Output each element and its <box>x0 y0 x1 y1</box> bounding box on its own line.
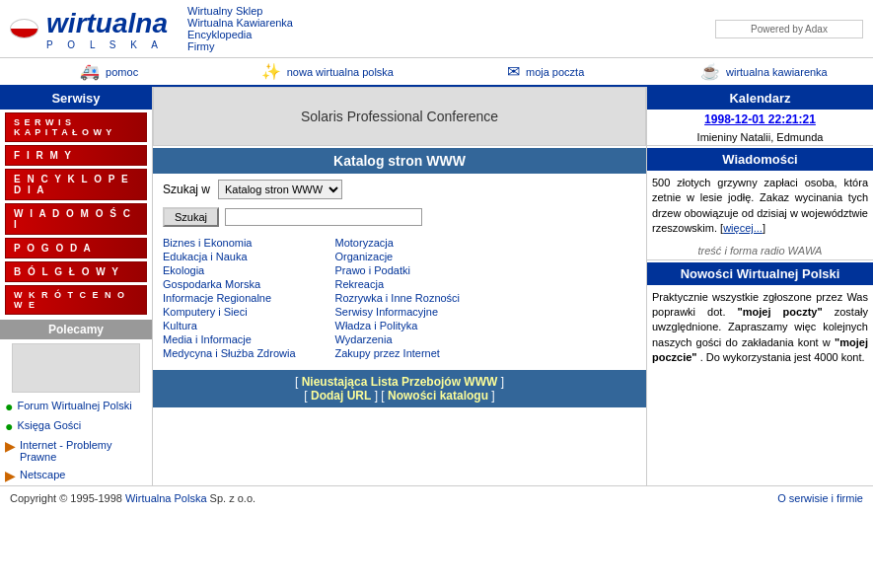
center-content: Solaris Professional Conference Katalog … <box>153 87 646 485</box>
link-organizacje[interactable]: Organizacje <box>335 251 461 262</box>
btn-bol-glowy[interactable]: B Ó L G Ł O W Y <box>5 261 147 282</box>
calendar-names: Imieniny Natalii, Edmunda <box>647 129 873 146</box>
adax-text: Powered by Adax <box>751 24 828 35</box>
sidebar-title: Serwisy <box>0 87 152 110</box>
btn-encyklopedia[interactable]: E N C Y K L O P E D I A <box>5 169 147 200</box>
sklep-link[interactable]: Wirtualny Sklep <box>187 5 262 17</box>
nav-kawiarenka[interactable]: ☕ wirtualna kawiarenka <box>655 62 873 81</box>
bullet-arrow-icon2: ▶ <box>5 469 16 482</box>
wiad-more-link[interactable]: więcej... <box>723 222 763 234</box>
bottom-links: [ Nieustająca Lista Przebojów WWW ] [ Do… <box>153 370 646 407</box>
link-dodaj-url[interactable]: Dodaj URL <box>311 389 371 403</box>
link-komputery[interactable]: Komputery i Sieci <box>163 306 296 318</box>
nowosci-bold1: "mojej poczty" <box>738 306 823 318</box>
banner-text: Solaris Professional Conference <box>301 109 498 124</box>
link-netscape-label: Netscape <box>20 469 65 480</box>
link-gospodarka[interactable]: Gospodarka Morska <box>163 278 296 290</box>
search-select[interactable]: Katalog stron WWW Wiadomości Encyklopedi… <box>218 180 342 199</box>
link-lista-przebojow[interactable]: Nieustająca Lista Przebojów WWW <box>302 375 498 389</box>
wp-link[interactable]: Wirtualna Polska <box>125 492 207 504</box>
footer-right: O serwisie i firmie <box>777 492 863 504</box>
calendar-title: Kalendarz <box>647 87 873 110</box>
link-kultura[interactable]: Kultura <box>163 320 296 331</box>
link-serwisy[interactable]: Serwisy Informacyjne <box>335 306 461 318</box>
flag-icon <box>10 19 38 38</box>
polecamy-title: Polecamy <box>0 320 152 339</box>
btn-firmy[interactable]: F I R M Y <box>5 145 147 166</box>
nav-nowa[interactable]: ✨ nowa wirtualna polska <box>218 62 436 81</box>
calendar-date: 1998-12-01 22:21:21 <box>647 110 873 129</box>
btn-wkrotce-nowe[interactable]: W K R Ó T C E N O W E <box>5 285 147 315</box>
nowosci-text3: . Do wykorzystania jest 4000 kont. <box>700 351 865 363</box>
header-links: Wirtualny Sklep Wirtualna Kawiarenka Enc… <box>168 5 715 52</box>
search-row2: Szukaj <box>153 205 646 233</box>
footer: Copyright © 1995-1998 Wirtualna Polska S… <box>0 485 873 510</box>
link-medycyna[interactable]: Medycyna i Służba Zdrowia <box>163 347 296 359</box>
link-media[interactable]: Media i Informacje <box>163 333 296 345</box>
link-prawo[interactable]: Prawo i Podatki <box>335 264 461 276</box>
search-row: Szukaj w Katalog stron WWW Wiadomości En… <box>153 174 646 205</box>
link-internet-label: Internet - Problemy Prawne <box>20 439 147 463</box>
btn-pogoda[interactable]: P O G O D A <box>5 238 147 258</box>
bullet-arrow-icon: ▶ <box>5 439 16 453</box>
logo-sub: P O L S K A <box>46 39 168 50</box>
link-rekreacja[interactable]: Rekreacja <box>335 278 461 290</box>
link-ksiega[interactable]: ● Księga Gości <box>0 416 152 436</box>
about-link[interactable]: O serwisie i firmie <box>777 492 863 504</box>
link-zakupy[interactable]: Zakupy przez Internet <box>335 347 461 359</box>
copyright-text: Copyright © 1995-1998 <box>10 492 122 504</box>
nav-poczta[interactable]: ✉ moja poczta <box>437 62 655 81</box>
catalog-col2: Motoryzacja Organizacje Prawo i Podatki … <box>335 237 461 361</box>
bullet-green-icon: ● <box>5 400 13 413</box>
banner: Solaris Professional Conference <box>153 87 646 146</box>
link-forum-label: Forum Wirtualnej Polski <box>17 400 131 411</box>
link-internet-prawne[interactable]: ▶ Internet - Problemy Prawne <box>0 436 152 466</box>
mail-icon: ✉ <box>507 62 520 81</box>
star-icon: ✨ <box>261 62 281 81</box>
link-biznes[interactable]: Biznes i Ekonomia <box>163 237 296 249</box>
link-informacje[interactable]: Informacje Regionalne <box>163 292 296 304</box>
left-sidebar: Serwisy S E R W I SK A P I T A Ł O W Y F… <box>0 87 153 485</box>
footer-left: Copyright © 1995-1998 Wirtualna Polska S… <box>10 492 255 504</box>
ambulance-icon: 🚑 <box>80 62 100 81</box>
link-motoryzacja[interactable]: Motoryzacja <box>335 237 461 249</box>
nowosci-title: Nowości Wirtualnej Polski <box>647 262 873 285</box>
right-sidebar: Kalendarz 1998-12-01 22:21:21 Imieniny N… <box>646 87 873 485</box>
search-button[interactable]: Szukaj <box>163 207 219 227</box>
link-netscape[interactable]: ▶ Netscape <box>0 466 152 485</box>
catalog-col1: Biznes i Ekonomia Edukacja i Nauka Ekolo… <box>163 237 296 361</box>
sp-text: Sp. z o.o. <box>210 492 255 504</box>
adax-banner: Powered by Adax <box>715 20 863 38</box>
polecamy-image <box>12 343 140 393</box>
link-rozrywka[interactable]: Rozrywka i Inne Rozności <box>335 292 461 304</box>
link-ekologia[interactable]: Ekologia <box>163 264 296 276</box>
link-forum[interactable]: ● Forum Wirtualnej Polski <box>0 397 152 416</box>
nav-nowa-label: nowa wirtualna polska <box>287 66 394 78</box>
link-nowosci-katalogu[interactable]: Nowości katalogu <box>388 389 488 403</box>
nav-pomoc-label: pomoc <box>106 66 138 78</box>
firmy-link[interactable]: Firmy <box>187 40 215 52</box>
header: wirtualna P O L S K A Wirtualny Sklep Wi… <box>0 0 873 58</box>
katalog-title: Katalog stron WWW <box>153 148 646 174</box>
kawiarenka-link[interactable]: Wirtualna Kawiarenka <box>187 17 293 29</box>
logo-text: wirtualna <box>46 8 168 39</box>
link-ksiega-label: Księga Gości <box>17 419 81 431</box>
encyklopedia-link[interactable]: Encyklopedia <box>187 29 252 40</box>
nav-poczta-label: moja poczta <box>526 66 584 78</box>
logo-area: wirtualna P O L S K A <box>10 8 168 50</box>
search-label: Szukaj w <box>163 183 210 196</box>
logo: wirtualna P O L S K A <box>46 8 168 50</box>
btn-serwis-kapitalowy[interactable]: S E R W I SK A P I T A Ł O W Y <box>5 112 147 142</box>
coffee-icon: ☕ <box>700 62 720 81</box>
link-wladza[interactable]: Władza i Polityka <box>335 320 461 331</box>
navbar: 🚑 pomoc ✨ nowa wirtualna polska ✉ moja p… <box>0 58 873 87</box>
wiadomosci-text: 500 złotych grzywny zapłaci osoba, która… <box>647 171 873 242</box>
search-input[interactable] <box>225 208 422 226</box>
link-wydarzenia[interactable]: Wydarzenia <box>335 333 461 345</box>
btn-wiadomosci[interactable]: W I A D O M O Ś C I <box>5 203 147 235</box>
nav-kawiarenka-label: wirtualna kawiarenka <box>726 66 828 78</box>
calendar-date-link[interactable]: 1998-12-01 22:21:21 <box>704 112 816 126</box>
radio-text: treść i forma radio WAWA <box>647 242 873 260</box>
link-edukacja[interactable]: Edukacja i Nauka <box>163 251 296 262</box>
nav-pomoc[interactable]: 🚑 pomoc <box>0 62 218 81</box>
